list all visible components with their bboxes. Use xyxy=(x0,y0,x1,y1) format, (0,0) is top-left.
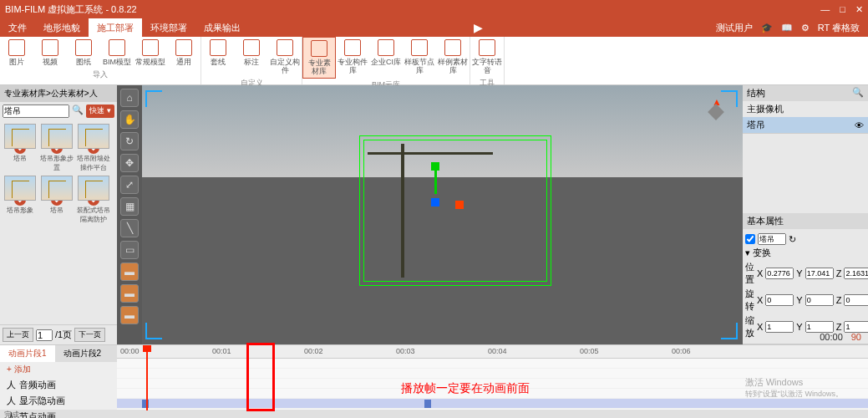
ribbon-button[interactable]: 套线 xyxy=(201,37,235,77)
ribbon-button[interactable]: 标注 xyxy=(235,37,268,77)
pager: 上一页 /1页 下一页 xyxy=(0,324,117,344)
x-input[interactable] xyxy=(765,321,794,333)
windows-watermark: 激活 Windows 转到"设置"以激活 Windows。 xyxy=(745,376,843,400)
search-input[interactable] xyxy=(3,104,69,118)
z-input[interactable] xyxy=(844,294,868,306)
hat-icon[interactable]: 🎓 xyxy=(761,23,773,33)
transform-label[interactable]: 变换 xyxy=(753,247,771,259)
gear-icon[interactable]: ⚙ xyxy=(801,23,810,33)
ribbon-button[interactable]: 专业构件库 xyxy=(336,37,369,79)
crane-model[interactable] xyxy=(401,144,404,278)
ribbon-button[interactable]: 常规模型 xyxy=(134,37,167,69)
end-frame[interactable]: 90 xyxy=(851,332,861,342)
z-input[interactable] xyxy=(844,321,868,333)
minimize-button[interactable]: — xyxy=(820,4,830,15)
user-label[interactable]: 测试用户 xyxy=(716,22,753,34)
name-field[interactable] xyxy=(758,233,786,245)
timeline-lane[interactable] xyxy=(117,359,868,369)
visible-checkbox[interactable] xyxy=(745,233,755,245)
menu-terrain[interactable]: 地形地貌 xyxy=(35,18,89,37)
ribbon: 图片视频图纸BIM模型常规模型通用导入套线标注自定义构件自定义专业素材库专业构件… xyxy=(0,37,868,85)
timeline-track[interactable]: 人显示隐动画 xyxy=(0,393,117,409)
frame-corner xyxy=(145,323,162,339)
maximize-button[interactable]: □ xyxy=(840,4,845,15)
breadcrumb[interactable]: 专业素材库>公共素材>人 xyxy=(0,85,117,102)
x-input[interactable] xyxy=(765,268,794,279)
props-header: 基本属性 xyxy=(747,215,784,227)
scale-icon[interactable]: ⤢ xyxy=(120,176,139,194)
eye-icon[interactable]: 👁 xyxy=(855,120,864,130)
add-track-button[interactable]: + 添加 xyxy=(0,362,117,377)
frame-corner xyxy=(721,323,738,339)
layer1-icon[interactable]: ▬ xyxy=(120,263,139,281)
timeline: 动画片段1 动画片段2 + 添加 人音频动画人显示隐动画人节点动画人塔吊：旋转动… xyxy=(0,344,868,410)
ribbon-button[interactable]: 样板节点库 xyxy=(403,37,436,79)
compass-icon[interactable]: ▲ xyxy=(702,98,730,126)
playhead[interactable] xyxy=(146,345,148,410)
ribbon-button[interactable]: 图片 xyxy=(0,37,33,69)
ruler-tick: 00:04 xyxy=(488,347,507,355)
move-icon[interactable]: ✥ xyxy=(120,154,139,172)
ribbon-button[interactable]: 企业CI库 xyxy=(369,37,403,79)
timeline-tab-1[interactable]: 动画片段1 xyxy=(0,345,55,362)
timeline-lane[interactable] xyxy=(117,399,868,409)
rotate-icon[interactable]: ↻ xyxy=(120,132,139,150)
search-icon[interactable]: 🔍 xyxy=(72,104,84,118)
menu-output[interactable]: 成果输出 xyxy=(195,18,249,37)
tree-item-camera[interactable]: 主摄像机 xyxy=(743,101,868,117)
window-buttons: — □ ✕ xyxy=(820,4,863,15)
asset-thumb[interactable]: ⬇塔吊附墙处操作平台 xyxy=(77,124,110,172)
ribbon-button[interactable]: 自定义构件 xyxy=(268,37,302,77)
ribbon-button[interactable]: BIM模型 xyxy=(100,37,134,69)
keyframe[interactable] xyxy=(424,400,431,408)
page-input[interactable] xyxy=(36,329,53,341)
asset-thumb[interactable]: ⬇塔吊 xyxy=(40,176,74,224)
ribbon-button[interactable]: 视频 xyxy=(33,37,67,69)
viewport-3d[interactable]: ⌂ ✋ ↻ ✥ ⤢ ▦ ╲ ▭ ▬ ▬ ▬ ▲ xyxy=(117,85,743,344)
timeline-track[interactable]: 人音频动画 xyxy=(0,377,117,393)
ribbon-button[interactable]: 图纸 xyxy=(67,37,100,69)
next-page-button[interactable]: 下一页 xyxy=(74,328,105,342)
measure-icon[interactable]: ╲ xyxy=(120,219,139,237)
layer2-icon[interactable]: ▬ xyxy=(120,284,139,303)
app-title: BIM-FILM 虚拟施工系统 - 0.8.22 xyxy=(5,3,820,16)
y-input[interactable] xyxy=(805,268,834,279)
timeline-ruler[interactable]: 00:0000:0100:0200:0300:0400:0500:06 xyxy=(117,345,868,359)
close-button[interactable]: ✕ xyxy=(855,4,863,15)
ruler-tick: 00:00 xyxy=(120,347,140,355)
prev-page-button[interactable]: 上一页 xyxy=(3,328,33,342)
ruler-tick: 00:06 xyxy=(672,347,691,355)
frame-corner xyxy=(145,90,162,107)
refresh-icon[interactable]: ↻ xyxy=(789,234,796,245)
layer3-icon[interactable]: ▬ xyxy=(120,306,139,324)
tool-icon[interactable]: ▦ xyxy=(120,197,139,216)
y-input[interactable] xyxy=(805,321,834,333)
asset-grid: ⬇塔吊⬇塔吊形象步置⬇塔吊附墙处操作平台⬇塔吊形象⬇塔吊⬇装配式塔吊隔离防护 xyxy=(0,120,117,227)
title-bar: BIM-FILM 虚拟施工系统 - 0.8.22 — □ ✕ xyxy=(0,0,868,18)
ribbon-button[interactable]: 专业素材库 xyxy=(302,37,336,79)
asset-thumb[interactable]: ⬇塔吊形象 xyxy=(3,176,37,224)
box-icon[interactable]: ▭ xyxy=(120,241,139,259)
brand-label: RT 睿格致 xyxy=(818,22,860,34)
z-input[interactable] xyxy=(844,268,868,279)
menu-file[interactable]: 文件 xyxy=(0,18,35,37)
play-button[interactable]: ▶ xyxy=(474,21,483,34)
menu-construction[interactable]: 施工部署 xyxy=(89,18,142,37)
menu-environment[interactable]: 环境部署 xyxy=(142,18,195,37)
ribbon-button[interactable]: 通用 xyxy=(167,37,201,69)
timeline-tab-2[interactable]: 动画片段2 xyxy=(55,345,110,362)
y-input[interactable] xyxy=(805,294,834,306)
ribbon-button[interactable]: 文字转语音 xyxy=(470,37,504,77)
asset-thumb[interactable]: ⬇塔吊 xyxy=(3,124,37,172)
home-icon[interactable]: ⌂ xyxy=(120,89,139,107)
ribbon-button[interactable]: 样例素材库 xyxy=(436,37,470,79)
asset-panel: 专业素材库>公共素材>人 🔍 快速 ▾ ⬇塔吊⬇塔吊形象步置⬇塔吊附墙处操作平台… xyxy=(0,85,117,344)
tree-item-crane[interactable]: 塔吊👁 xyxy=(743,117,868,133)
asset-thumb[interactable]: ⬇装配式塔吊隔离防护 xyxy=(77,176,110,224)
book-icon[interactable]: 📖 xyxy=(781,23,793,33)
asset-thumb[interactable]: ⬇塔吊形象步置 xyxy=(40,124,74,172)
quick-filter-button[interactable]: 快速 ▾ xyxy=(86,104,114,118)
x-input[interactable] xyxy=(765,294,794,306)
hand-icon[interactable]: ✋ xyxy=(120,110,139,129)
search-icon[interactable]: 🔍 xyxy=(852,87,864,99)
